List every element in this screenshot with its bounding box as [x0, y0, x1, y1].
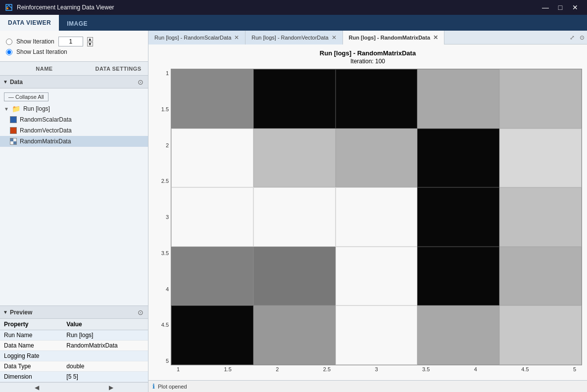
preview-section-close[interactable]: ⊙: [136, 308, 145, 317]
matrix-color-box: [10, 138, 17, 145]
x-axis-label: 1.5: [220, 366, 235, 375]
preview-row: Data NameRandomMatrixData: [0, 341, 148, 351]
show-last-iteration-radio[interactable]: [6, 49, 12, 55]
tab-data-viewer[interactable]: DATA VIEWER: [0, 15, 59, 31]
matrix-cell: [253, 69, 336, 129]
chart-subtitle: Iteration: 100: [350, 58, 385, 65]
preview-value: [5 5]: [62, 372, 148, 382]
matrix-cell: [171, 129, 253, 188]
preview-value: RandomMatrixData: [62, 341, 148, 351]
preview-row: Run NameRun [logs]: [0, 330, 148, 341]
tab-image[interactable]: IMAGE: [59, 17, 96, 31]
show-iteration-label: Show Iteration: [16, 38, 54, 45]
col-header-name: NAME: [0, 66, 89, 72]
preview-property: Data Name: [0, 341, 62, 351]
y-axis-label: 3: [153, 213, 169, 221]
tab-expand-icon[interactable]: ⤢: [567, 33, 577, 43]
preview-property: Dimension: [0, 372, 62, 382]
x-axis-label: 2.5: [319, 366, 334, 375]
iteration-spinner[interactable]: [58, 37, 83, 46]
preview-property: Logging Rate: [0, 351, 62, 361]
matrix-cell: [417, 187, 499, 247]
column-headers: NAME DATA SETTINGS: [0, 62, 148, 76]
show-last-iteration-row: Show Last Iteration: [6, 48, 142, 55]
x-axis-label: 1: [171, 366, 186, 375]
right-panel: Run [logs] - RandomScalarData ✕ Run [log…: [148, 31, 587, 392]
matrix-cell: [336, 187, 418, 247]
x-axis: 11.522.533.544.55: [171, 365, 582, 375]
statusbar: ℹ Plot opened: [148, 380, 587, 392]
scroll-right-arrow[interactable]: ▶: [74, 383, 148, 392]
content-tab-scalar[interactable]: Run [logs] - RandomScalarData ✕: [148, 31, 245, 44]
show-iteration-radio[interactable]: [6, 39, 12, 45]
y-axis-label: 3.5: [153, 249, 169, 258]
data-section-close[interactable]: ⊙: [136, 78, 145, 87]
chart-area: Run [logs] - RandomMatrixData Iteration:…: [148, 44, 587, 380]
matrix-cell: [336, 69, 418, 129]
y-axis-label: 5: [153, 356, 169, 365]
preview-property: Data Type: [0, 361, 62, 372]
matrix-cell: [336, 129, 418, 188]
preview-row: Dimension[5 5]: [0, 372, 148, 382]
data-section-header: ▼ Data ⊙: [0, 76, 148, 88]
matrix-cell: [417, 129, 499, 188]
matrix-grid: [171, 69, 582, 365]
matrix-cell: [499, 69, 582, 129]
chevron-down-icon: ▼: [4, 106, 9, 112]
x-axis-label: 5: [567, 366, 582, 375]
minimize-button[interactable]: —: [538, 0, 552, 14]
matrix-cell: [171, 69, 253, 129]
maximize-button[interactable]: □: [553, 0, 567, 14]
preview-col-property: Property: [0, 319, 62, 330]
spinner-up[interactable]: ▲: [87, 37, 93, 42]
tab-settings-icon[interactable]: ⊙: [577, 33, 587, 43]
tab-close-matrix[interactable]: ✕: [433, 34, 438, 41]
tree-item-run-logs[interactable]: ▼ 📁 Run [logs]: [0, 103, 148, 114]
matrix-cell: [417, 69, 499, 129]
titlebar: Reinforcement Learning Data Viewer — □ ✕: [0, 0, 587, 15]
tree-item-matrix[interactable]: RandomMatrixData: [0, 136, 148, 147]
matrix-cell: [253, 129, 336, 188]
run-logs-label: Run [logs]: [23, 105, 50, 112]
matrix-cell: [171, 187, 253, 247]
y-axis-label: 2.5: [153, 176, 169, 185]
matrix-cell: [253, 247, 336, 306]
titlebar-left: Reinforcement Learning Data Viewer: [5, 3, 114, 11]
left-panel: Show Iteration ▲ ▼ Show Last Iteration N…: [0, 31, 148, 392]
content-tabbar: Run [logs] - RandomScalarData ✕ Run [log…: [148, 31, 587, 44]
show-iteration-row: Show Iteration ▲ ▼: [6, 37, 142, 46]
x-axis-label: 4.5: [518, 366, 533, 375]
y-axis-label: 4: [153, 285, 169, 294]
matrix-cell: [336, 247, 418, 306]
y-axis-label: 4.5: [153, 320, 169, 329]
matrix-cell: [499, 129, 582, 188]
close-button[interactable]: ✕: [568, 0, 582, 14]
tree-item-vector[interactable]: RandomVectorData: [0, 125, 148, 136]
tab-close-scalar[interactable]: ✕: [234, 34, 239, 41]
chevron-icon: ▼: [3, 79, 8, 85]
content-tab-vector[interactable]: Run [logs] - RandomVectorData ✕: [245, 31, 342, 44]
spinner-down[interactable]: ▼: [87, 42, 93, 46]
chart-title: Run [logs] - RandomMatrixData: [320, 49, 416, 57]
scroll-arrows: ◀ ▶: [0, 382, 148, 392]
preview-value: Run [logs]: [62, 330, 148, 341]
tab-close-vector[interactable]: ✕: [332, 34, 337, 41]
matrix-cell: [171, 247, 253, 306]
matrix-cell: [499, 187, 582, 247]
preview-col-value: Value: [62, 319, 148, 330]
show-last-iteration-label: Show Last Iteration: [16, 48, 67, 55]
data-section-title: ▼ Data: [3, 79, 23, 86]
collapse-all-button[interactable]: — Collapse All: [4, 92, 49, 101]
status-message: Plot opened: [158, 384, 187, 390]
vector-label: RandomVectorData: [20, 127, 72, 134]
app-icon: [5, 3, 13, 11]
tree-item-scalar[interactable]: RandomScalarData: [0, 114, 148, 125]
y-axis-label: 1.5: [153, 105, 169, 114]
options-area: Show Iteration ▲ ▼ Show Last Iteration: [0, 31, 148, 62]
chart-inner: 11.522.533.544.55: [171, 69, 582, 375]
matrix-cell: [336, 305, 418, 365]
content-tab-matrix[interactable]: Run [logs] - RandomMatrixData ✕: [343, 31, 444, 44]
col-header-settings: DATA SETTINGS: [89, 66, 148, 72]
scroll-left-arrow[interactable]: ◀: [0, 383, 74, 392]
scalar-label: RandomScalarData: [20, 116, 72, 123]
